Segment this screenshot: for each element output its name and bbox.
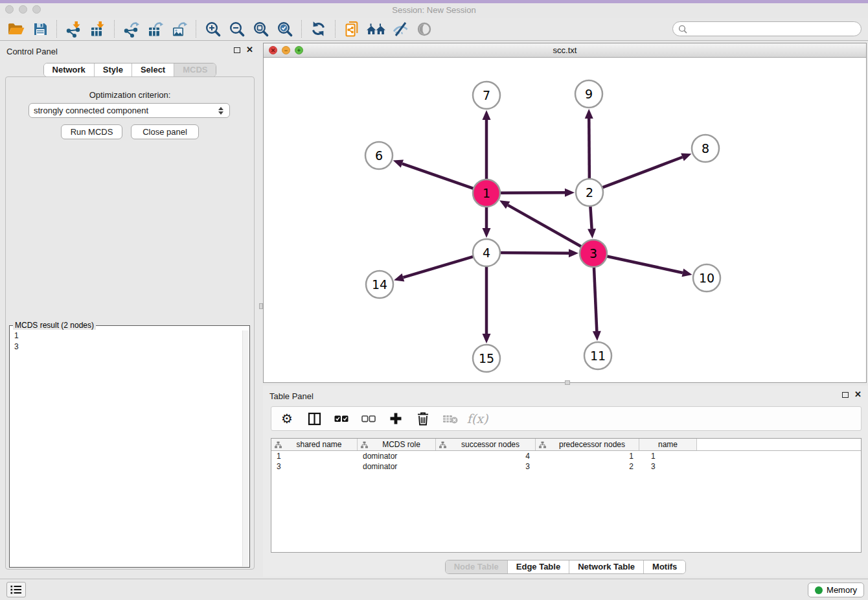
zoom-in-button[interactable] (201, 19, 225, 39)
tab-edge-table[interactable]: Edge Table (507, 560, 569, 573)
node-label-9: 9 (585, 87, 593, 101)
column-header-label: predecessor nodes (549, 440, 635, 449)
cell-name[interactable]: 1 (639, 451, 697, 461)
export-image-button[interactable] (167, 19, 191, 39)
column-header-predecessor-nodes[interactable]: predecessor nodes (536, 439, 639, 450)
cell-successor-nodes[interactable]: 4 (436, 451, 536, 461)
show-all-button[interactable] (412, 19, 436, 39)
tab-style[interactable]: Style (94, 63, 131, 76)
edge-arrow-1-2 (565, 189, 575, 197)
refresh-view-button[interactable] (306, 19, 330, 39)
float-panel-icon[interactable] (234, 47, 240, 53)
control-panel-tabs: Network Style Select MCDS (43, 63, 217, 77)
add-column-button[interactable] (387, 410, 405, 428)
column-header-successor-nodes[interactable]: successor nodes (436, 439, 536, 450)
export-network-button[interactable] (119, 19, 143, 39)
cell-predecessor-nodes[interactable]: 2 (536, 461, 639, 472)
tab-network[interactable]: Network (44, 63, 94, 76)
edge-4-3[interactable] (499, 253, 569, 253)
table-body: 1dominator4113dominator323 (271, 451, 861, 472)
edge-1-2[interactable] (499, 192, 565, 193)
network-from-selection-button[interactable] (340, 19, 364, 39)
node-label-14: 14 (372, 277, 387, 292)
column-header-label: MCDS role (371, 440, 432, 449)
edge-3-11[interactable] (594, 266, 597, 331)
run-mcds-button[interactable]: Run MCDS (61, 124, 122, 139)
cell-MCDS-role[interactable]: dominator (358, 461, 436, 472)
first-neighbors-button[interactable] (364, 19, 388, 39)
trash-icon (417, 411, 429, 426)
edge-2-3[interactable] (590, 205, 591, 229)
show-columns-button[interactable] (305, 410, 323, 428)
zoom-selected-button[interactable] (273, 19, 297, 39)
search-field[interactable] (672, 21, 862, 36)
tab-mcds[interactable]: MCDS (174, 63, 216, 76)
close-table-panel-icon[interactable]: ✕ (854, 391, 862, 398)
column-header-name[interactable]: name (639, 439, 697, 450)
cell-successor-nodes[interactable]: 3 (436, 461, 536, 472)
houses-icon (366, 21, 386, 37)
close-panel-icon[interactable]: ✕ (246, 47, 253, 53)
float-table-panel-icon[interactable] (842, 392, 849, 398)
delete-table-button[interactable] (441, 410, 459, 428)
tab-motifs[interactable]: Motifs (643, 560, 685, 573)
import-table-button[interactable] (86, 19, 109, 39)
open-file-button[interactable] (4, 19, 28, 39)
column-header-shared-name[interactable]: shared name (271, 439, 358, 450)
table-mode-button[interactable]: ⚙ (278, 410, 296, 428)
toolbar-separator (56, 20, 57, 38)
criterion-select[interactable]: strongly connected component (29, 103, 230, 118)
export-table-button[interactable] (143, 19, 167, 39)
function-builder-button[interactable]: f(x) (468, 410, 486, 428)
memory-button[interactable]: Memory (808, 583, 864, 597)
network-window-titlebar[interactable]: ✕ − + scc.txt (264, 43, 866, 58)
mcds-result-legend: MCDS result (2 nodes) (13, 321, 96, 330)
network-canvas[interactable]: 7968124314101511 (264, 58, 866, 382)
deselect-all-button[interactable] (360, 410, 378, 428)
edge-1-6[interactable] (402, 164, 474, 189)
result-scrollbar[interactable] (242, 330, 249, 566)
table-row[interactable]: 1dominator411 (271, 451, 861, 461)
edge-arrow-1-7 (483, 110, 491, 120)
list-icon (10, 585, 22, 594)
edge-4-14[interactable] (403, 257, 474, 277)
delete-table-icon (442, 413, 459, 424)
cell-predecessor-nodes[interactable]: 1 (536, 451, 639, 461)
zoom-out-button[interactable] (225, 19, 249, 39)
edge-2-9[interactable] (589, 119, 589, 179)
column-header-MCDS-role[interactable]: MCDS role (358, 439, 436, 450)
mcds-result-lines: 13 (10, 330, 249, 353)
horizontal-splitter-handle[interactable] (565, 380, 570, 385)
edge-3-1[interactable] (508, 205, 582, 248)
optimization-criterion-label: Optimization criterion: (0, 90, 260, 100)
tab-select[interactable]: Select (131, 63, 174, 76)
node-label-15: 15 (479, 351, 494, 365)
hide-selected-button[interactable] (388, 19, 412, 39)
zoom-fit-icon (253, 21, 269, 38)
mcds-result-line: 1 (14, 330, 245, 341)
cell-MCDS-role[interactable]: dominator (358, 451, 436, 461)
zoom-fit-button[interactable] (249, 19, 273, 39)
cell-name[interactable]: 3 (639, 461, 697, 472)
search-input[interactable] (691, 24, 856, 34)
edge-2-8[interactable] (602, 157, 683, 187)
vertical-splitter-handle[interactable] (259, 303, 263, 309)
edge-arrow-4-3 (569, 249, 578, 257)
column-type-icon (361, 441, 368, 448)
cell-shared-name[interactable]: 1 (271, 451, 358, 461)
zoom-selected-icon (277, 21, 293, 38)
task-history-button[interactable] (6, 582, 26, 597)
select-all-button[interactable] (332, 410, 350, 428)
edge-arrow-3-11 (593, 331, 601, 341)
import-network-button[interactable] (62, 19, 86, 39)
network-graph[interactable]: 7968124314101511 (264, 58, 866, 383)
save-session-button[interactable] (28, 19, 52, 39)
delete-columns-button[interactable] (414, 410, 432, 428)
cell-shared-name[interactable]: 3 (271, 461, 358, 472)
close-panel-button[interactable]: Close panel (131, 124, 199, 139)
show-eye-icon (416, 21, 433, 38)
tab-network-table[interactable]: Network Table (569, 560, 643, 573)
tab-node-table[interactable]: Node Table (446, 560, 507, 573)
edge-3-10[interactable] (606, 256, 683, 273)
table-row[interactable]: 3dominator323 (271, 461, 861, 472)
